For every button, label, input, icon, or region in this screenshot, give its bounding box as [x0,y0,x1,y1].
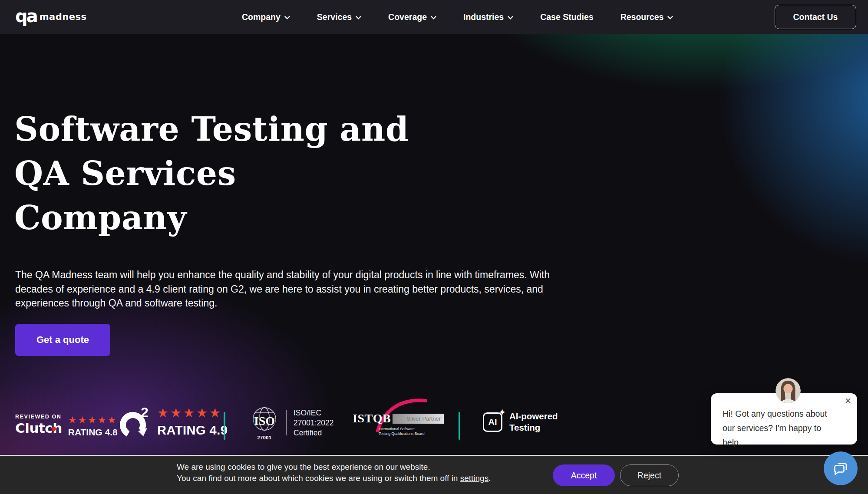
clutch-review-badge: REVIEWED ON Clutch ★★★★★ RATING 4.8 [15,414,118,438]
nav-item-resources[interactable]: Resources [620,12,673,22]
nav-item-case-studies[interactable]: Case Studies [540,12,593,22]
istqb-silver-partner-label: Silver Partner [393,414,444,424]
close-icon[interactable]: ✕ [845,397,851,405]
clutch-logo: Clutch [15,421,62,435]
logo[interactable]: qa madness [15,7,86,25]
chat-launcher-button[interactable] [824,451,858,485]
title-line-1: Software Testing and [14,107,409,151]
istqb-partner-badge: ISTQB Silver Partner International Softw… [353,412,457,436]
iso-cert-line-2: 27001:2022 [294,418,333,428]
ai-label-line-2: Testing [509,422,558,433]
title-line-3: Company [14,196,409,240]
title-line-2: QA Services [14,151,409,196]
nav-item-company[interactable]: Company [242,12,290,22]
g2-stars-icon: ★★★★★ [157,406,228,420]
nav-item-services[interactable]: Services [317,12,361,22]
badge-divider [459,412,460,440]
support-agent-avatar [776,378,801,403]
g2-rating-label: RATING 4.9 [157,423,228,438]
istqb-wordmark: ISTQB [353,412,391,425]
clutch-reviewed-on-label: REVIEWED ON [15,414,62,420]
iso-seal-icon: ISO 27001 [250,405,279,440]
clutch-logo-dot [52,427,56,431]
accept-cookies-button[interactable]: Accept [553,464,615,486]
main-menu: Company Services Coverage Industries Cas… [242,0,673,34]
ai-powered-testing-badge: AI ✦ AI-powered Testing [483,411,558,433]
chevron-down-icon [356,16,361,20]
cookie-text-line-2: You can find out more about which cookie… [177,473,491,484]
cookie-text-line-1: We are using cookies to give you the bes… [177,461,491,473]
contact-us-button[interactable]: Contact Us [775,5,856,29]
iso-cert-line-3: Certified [294,428,333,438]
svg-text:2: 2 [141,405,149,420]
cookie-consent-bar: We are using cookies to give you the bes… [0,455,868,494]
logo-qa-glyphs: qa [15,7,37,25]
chevron-down-icon [431,16,436,20]
ai-icon: AI ✦ [483,412,502,432]
page-title: Software Testing and QA Services Company [14,107,409,240]
nav-item-industries[interactable]: Industries [463,12,513,22]
g2-review-badge: 2 ★★★★★ RATING 4.9 [118,405,228,441]
get-a-quote-button[interactable]: Get a quote [15,324,110,356]
clutch-stars-icon: ★★★★★ [68,415,118,426]
cookie-settings-link[interactable]: settings [460,474,488,483]
qa-madness-homepage: qa madness Company Services Coverage Ind… [0,0,868,494]
iso-cert-line-1: ISO/IEC [294,408,333,418]
iso-certified-badge: ISO 27001 ISO/IEC 27001:2022 Certified [250,405,333,440]
iso-vertical-divider [286,410,287,435]
avatar-photo [776,378,801,403]
top-nav: qa madness Company Services Coverage Ind… [0,0,868,34]
clutch-rating-label: RATING 4.8 [68,427,118,438]
hero-description: The QA Madness team will help you enhanc… [15,268,578,310]
ai-label-line-1: AI-powered [509,411,558,422]
chat-bubbles-icon [832,460,849,477]
istqb-sub-line-2: Testing Qualifications Board [379,431,457,436]
chevron-down-icon [667,16,673,20]
nav-item-coverage[interactable]: Coverage [388,12,436,22]
g2-logo-icon: 2 [118,405,152,441]
istqb-sub-line-1: International Software [379,427,457,431]
logo-wordmark: madness [40,12,87,22]
sparkle-icon: ✦ [499,408,505,417]
badge-divider [224,412,225,440]
chevron-down-icon [284,16,290,20]
chevron-down-icon [508,16,513,20]
reject-cookies-button[interactable]: Reject [620,464,679,486]
